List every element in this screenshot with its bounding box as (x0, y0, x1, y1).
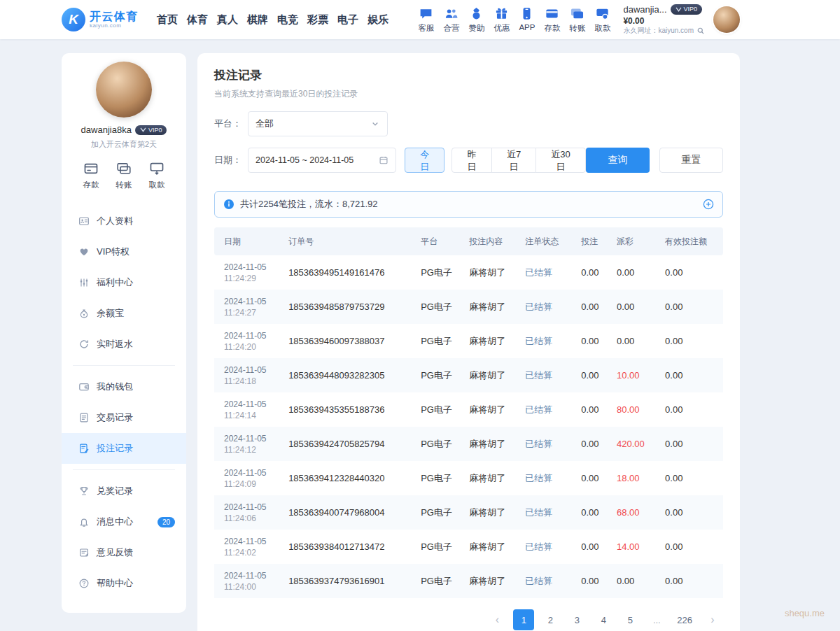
pagination-page[interactable]: 5 (620, 609, 640, 630)
sidebar-item-label: 投注记录 (97, 442, 133, 455)
cell-order-number: 1853639485879753729 (283, 290, 415, 324)
pagination-ellipsis[interactable]: ... (646, 609, 667, 630)
sidebar-item[interactable]: 帮助中心 (62, 568, 186, 599)
date-filter-row: 日期： 2024-11-05 ~ 2024-11-05 今日昨日近7日近30日 … (214, 148, 723, 173)
cell-payout: 10.00 (611, 358, 659, 392)
cell-valid-amount: 0.00 (659, 495, 723, 530)
nav-item[interactable]: 体育 (187, 13, 208, 27)
sidebar-item[interactable]: 我的钱包 (62, 371, 186, 402)
nav-shortcut[interactable]: 优惠 (493, 6, 510, 34)
nav-item[interactable]: 真人 (217, 13, 238, 27)
platform-select[interactable]: 全部 (248, 111, 388, 136)
quick-action-label: 存款 (83, 180, 99, 190)
cell-valid-amount: 0.00 (659, 392, 723, 427)
nav-item[interactable]: 娱乐 (368, 13, 388, 27)
nav-item[interactable]: 彩票 (307, 13, 328, 27)
pagination-page[interactable]: 4 (593, 609, 614, 630)
pagination-page[interactable]: 1 (513, 609, 534, 630)
primary-nav: 首页体育真人棋牌电竞彩票电子娱乐 (157, 13, 388, 27)
cell-valid-amount: 0.00 (659, 324, 723, 358)
cell-status: 已结算 (519, 255, 575, 290)
sidebar-item-label: 意见反馈 (97, 546, 133, 559)
nav-shortcut[interactable]: 转账 (569, 6, 585, 34)
range-button[interactable]: 近30日 (536, 148, 586, 173)
column-header: 派彩 (611, 227, 659, 255)
range-button[interactable]: 昨日 (451, 148, 491, 173)
pagination-page[interactable]: 226 (673, 609, 696, 630)
nav-shortcut[interactable]: APP (519, 6, 535, 34)
nav-item[interactable]: 首页 (157, 13, 178, 27)
user-avatar[interactable] (713, 6, 740, 33)
cell-bet-content: 麻将胡了 (463, 358, 519, 392)
user-block[interactable]: dawanjia... VIP0 ¥0.00 永久网址：kaiyun.com (623, 4, 705, 36)
app-icon (519, 6, 534, 21)
nav-item[interactable]: 棋牌 (247, 13, 268, 27)
sidebar-item[interactable]: 个人资料 (62, 206, 186, 236)
user-name: dawanjia... (623, 4, 666, 15)
nav-shortcut[interactable]: 取款 (594, 6, 610, 34)
sidebar-item[interactable]: VIP特权 (62, 236, 186, 267)
platform-select-value: 全部 (255, 118, 274, 130)
quick-action[interactable]: 存款 (83, 161, 99, 190)
cell-platform: PG电子 (415, 530, 463, 564)
nav-shortcut[interactable]: 合营 (443, 6, 459, 34)
quick-action[interactable]: 取款 (149, 161, 165, 190)
brand-logo[interactable]: K 开云体育 kaiyun.com (62, 8, 139, 31)
profile-card: dawanjia8ka VIP0 加入开云体育第2天 存款转账取款 (62, 62, 186, 190)
qa-deposit-icon (83, 161, 99, 176)
sidebar-item[interactable]: 兑奖记录 (62, 476, 186, 506)
sidebar-item[interactable]: 交易记录 (62, 402, 186, 433)
nav-shortcut[interactable]: 赞助 (468, 6, 484, 34)
profile-name-row: dawanjia8ka VIP0 (81, 125, 167, 135)
range-button[interactable]: 今日 (405, 148, 444, 173)
pagination-page[interactable]: 2 (540, 609, 561, 630)
cell-status: 已结算 (519, 461, 575, 495)
nav-item[interactable]: 电竞 (277, 13, 298, 27)
cell-bet-amount: 0.00 (575, 358, 611, 392)
cell-bet-content: 麻将胡了 (463, 564, 519, 598)
cell-platform: PG电子 (415, 427, 463, 461)
sidebar-item-label: 消息中心 (97, 516, 133, 528)
platform-filter-row: 平台： 全部 (214, 111, 723, 136)
cell-order-number: 1853639424705825794 (283, 427, 415, 461)
rebate-icon (78, 339, 90, 350)
sidebar-item[interactable]: 意见反馈 (62, 537, 186, 568)
cell-payout: 80.00 (611, 392, 659, 427)
profile-avatar[interactable] (96, 62, 152, 118)
sidebar-item[interactable]: 余额宝 (62, 298, 186, 329)
prize-icon (78, 485, 90, 497)
cell-status: 已结算 (519, 495, 575, 530)
date-range-input[interactable]: 2024-11-05 ~ 2024-11-05 (248, 148, 396, 173)
cell-order-number: 1853639374793616901 (283, 564, 415, 598)
pagination-page[interactable]: 3 (566, 609, 587, 630)
nav-shortcut-label: 客服 (418, 23, 434, 34)
quick-actions: 存款转账取款 (83, 161, 165, 190)
cell-bet-amount: 0.00 (575, 564, 611, 598)
cell-status: 已结算 (519, 427, 575, 461)
cell-platform: PG电子 (415, 324, 463, 358)
vip-badge-label: VIP0 (684, 6, 698, 13)
nav-shortcut[interactable]: 客服 (418, 6, 434, 34)
logo-letter: K (69, 12, 78, 27)
cell-date: 2024-11-0511:24:14 (214, 392, 283, 427)
cell-bet-amount: 0.00 (575, 324, 611, 358)
sidebar-item[interactable]: 福利中心 (62, 267, 186, 298)
content-area: dawanjia8ka VIP0 加入开云体育第2天 存款转账取款 个人资料VI… (62, 53, 740, 631)
sidebar-item[interactable]: 消息中心20 (62, 506, 186, 537)
sidebar-item[interactable]: 投注记录 (62, 433, 186, 464)
search-icon[interactable] (696, 27, 705, 35)
search-button[interactable]: 查询 (586, 148, 650, 173)
cell-date: 2024-11-0511:24:06 (214, 495, 283, 530)
sidebar-item[interactable]: 实时返水 (62, 329, 186, 360)
range-button[interactable]: 近7日 (491, 148, 537, 173)
nav-shortcut[interactable]: 存款 (544, 6, 560, 34)
quick-action[interactable]: 转账 (116, 161, 132, 190)
pagination-next[interactable]: › (702, 609, 723, 630)
plus-circle-icon[interactable] (703, 199, 714, 210)
reset-button[interactable]: 重置 (659, 148, 723, 173)
nav-shortcut-label: 存款 (544, 23, 560, 34)
logo-text: 开云体育 kaiyun.com (90, 10, 139, 29)
nav-item[interactable]: 电子 (337, 13, 358, 27)
cell-payout: 18.00 (611, 461, 659, 495)
pagination-prev[interactable]: ‹ (486, 609, 507, 630)
